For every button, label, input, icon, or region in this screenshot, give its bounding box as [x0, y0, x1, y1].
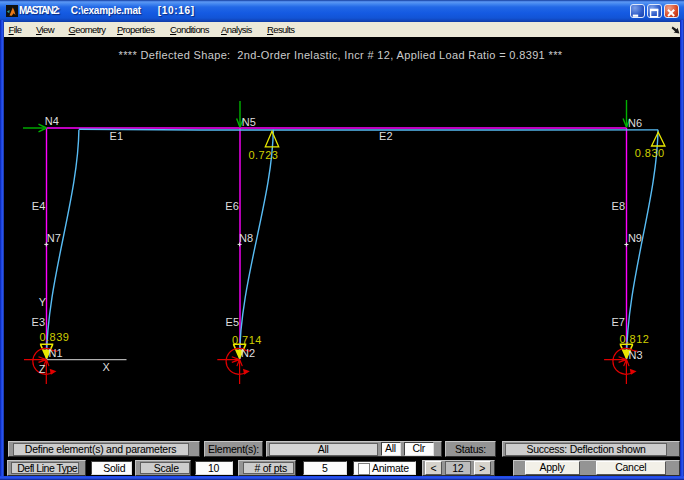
svg-text:Z: Z: [39, 363, 46, 375]
svg-text:N1: N1: [49, 347, 63, 359]
svg-text:E8: E8: [612, 200, 625, 212]
svg-text:0.714: 0.714: [232, 334, 262, 346]
svg-text:X: X: [103, 361, 111, 373]
svg-text:E6: E6: [225, 200, 238, 212]
svg-text:E1: E1: [110, 130, 123, 142]
svg-text:N2: N2: [241, 347, 255, 359]
svg-text:N6: N6: [628, 117, 642, 129]
svg-text:E4: E4: [32, 200, 45, 212]
svg-text:0.723: 0.723: [249, 149, 279, 161]
svg-text:**** Deflected Shape: 2nd-Ord: **** Deflected Shape: 2nd-Order Inelasti…: [119, 49, 563, 61]
svg-text:E5: E5: [226, 316, 239, 328]
svg-text:N8: N8: [239, 232, 253, 244]
svg-text:N5: N5: [242, 116, 256, 128]
svg-text:0.812: 0.812: [620, 333, 650, 345]
svg-text:0.830: 0.830: [635, 147, 665, 159]
svg-text:N9: N9: [628, 232, 642, 244]
svg-text:N4: N4: [45, 115, 59, 127]
svg-text:E3: E3: [32, 316, 45, 328]
svg-text:E7: E7: [611, 316, 624, 328]
svg-text:N7: N7: [47, 232, 61, 244]
svg-text:N3: N3: [629, 349, 643, 361]
svg-text:E2: E2: [379, 130, 392, 142]
svg-text:0.839: 0.839: [40, 331, 70, 343]
svg-text:Y: Y: [39, 296, 47, 308]
